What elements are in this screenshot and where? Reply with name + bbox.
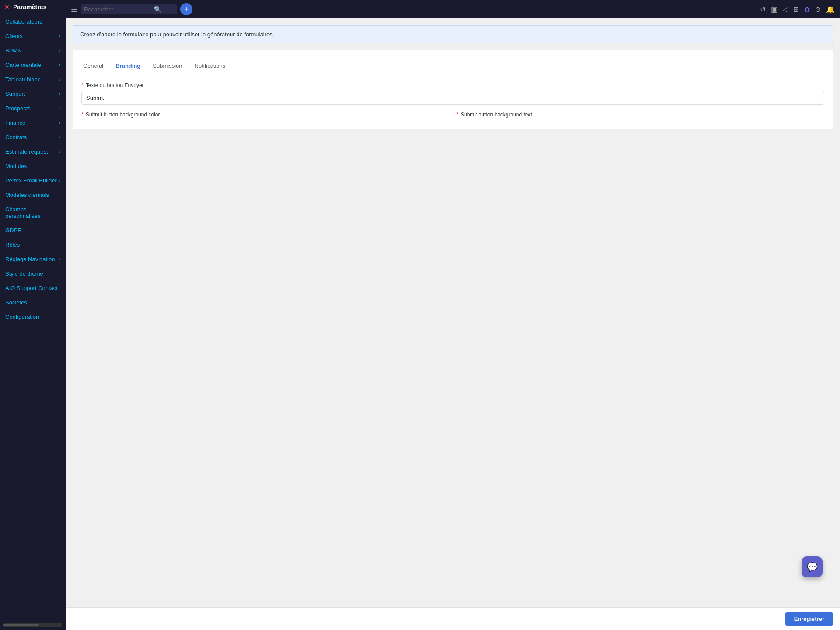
- color-fields-row: * Submit button background color * Submi…: [81, 112, 824, 120]
- field-submit-bg-color: * Submit button background color: [81, 112, 449, 120]
- chevron-icon: ‹: [59, 106, 60, 111]
- alert-banner: Créez d'abord le formulaire pour pouvoir…: [73, 25, 833, 43]
- field-submit-button-text: * Texte du bouton Envoyer: [81, 82, 824, 105]
- sidebar-scrollbar-thumb: [4, 624, 38, 626]
- sidebar-item-roles[interactable]: Rôles: [0, 238, 66, 252]
- history-icon[interactable]: ↺: [760, 5, 766, 14]
- search-icon[interactable]: 🔍: [154, 6, 161, 13]
- chevron-icon: ‹: [59, 91, 60, 96]
- sidebar-item-label: Style de theme: [5, 270, 43, 277]
- sidebar-item-reglage-navigation[interactable]: Réglage Navigation ‹: [0, 252, 66, 266]
- sidebar-item-modules[interactable]: Modules: [0, 159, 66, 173]
- sidebar-item-label: Tableau blanc: [5, 76, 40, 83]
- tab-branding[interactable]: Branding: [114, 59, 142, 74]
- app-title: Paramètres: [13, 4, 46, 10]
- sidebar-item-label: Modules: [5, 163, 27, 169]
- tab-submission[interactable]: Submission: [151, 59, 184, 74]
- main-area: ☰ 🔍 + ↺ ▣ ◁ ⊞ ✿ ⊙ 🔔 Créez d'abord le for…: [66, 0, 840, 630]
- sidebar-item-label: Collaborateurs: [5, 18, 42, 25]
- sidebar-item-label: GDPR: [5, 227, 22, 234]
- chevron-icon: ‹: [59, 257, 60, 262]
- sidebar-item-tableau-blanc[interactable]: Tableau blanc ‹: [0, 72, 66, 87]
- chevron-icon: ‹: [59, 120, 60, 125]
- chevron-icon: ‹: [59, 77, 60, 82]
- alert-message: Créez d'abord le formulaire pour pouvoir…: [80, 31, 274, 38]
- tabs: General Branding Submission Notification…: [81, 59, 824, 74]
- sidebar-item-contrats[interactable]: Contrats ‹: [0, 130, 66, 144]
- chevron-icon: ‹: [59, 178, 60, 183]
- tab-notifications[interactable]: Notifications: [193, 59, 228, 74]
- sidebar-header: ✕ Paramètres: [0, 0, 66, 14]
- sidebar-item-label: Finance: [5, 119, 25, 126]
- sidebar-item-bpmn[interactable]: BPMN ‹: [0, 43, 66, 58]
- field-label-submit-text: * Texte du bouton Envoyer: [81, 82, 824, 88]
- sidebar-item-clients[interactable]: Clients ‹: [0, 29, 66, 43]
- sidebar-item-label: BPMN: [5, 47, 22, 54]
- chevron-icon: ‹: [59, 34, 60, 38]
- sidebar-item-label: Réglage Navigation: [5, 256, 55, 262]
- share-icon[interactable]: ◁: [783, 5, 788, 14]
- sidebar-item-label: Champs personnalisés: [5, 206, 60, 219]
- required-indicator: *: [456, 112, 458, 118]
- sidebar-item-label: Support: [5, 91, 25, 97]
- content-area: Créez d'abord le formulaire pour pouvoir…: [66, 18, 840, 607]
- chevron-icon: ‹: [59, 48, 60, 53]
- sidebar-item-label: Prospects: [5, 105, 31, 112]
- field-submit-text-color: * Submit button background text: [456, 112, 824, 120]
- sidebar-item-label: Sociétés: [5, 299, 27, 306]
- chevron-icon: ‹: [59, 63, 60, 67]
- required-indicator: *: [81, 112, 84, 118]
- sidebar-scrollbar[interactable]: [4, 623, 62, 626]
- field-label-submit-bg-color: * Submit button background color: [81, 112, 449, 118]
- sidebar-item-style-de-theme[interactable]: Style de theme: [0, 266, 66, 281]
- sidebar-item-support[interactable]: Support ‹: [0, 87, 66, 101]
- sidebar-item-societes[interactable]: Sociétés: [0, 295, 66, 310]
- sidebar-item-collaborateurs[interactable]: Collaborateurs: [0, 14, 66, 29]
- menu-icon[interactable]: ☰: [71, 5, 77, 14]
- topbar-icons: ↺ ▣ ◁ ⊞ ✿ ⊙ 🔔: [760, 5, 835, 14]
- screen-icon[interactable]: ▣: [771, 5, 777, 14]
- notification-icon[interactable]: 🔔: [826, 5, 835, 14]
- sidebar-item-estimate-request[interactable]: Estimate request ‹: [0, 144, 66, 159]
- sidebar-item-gdpr[interactable]: GDPR: [0, 223, 66, 238]
- submit-button-text-input[interactable]: [81, 91, 824, 105]
- sidebar-item-aio-support-contact[interactable]: AIO Support Contact: [0, 281, 66, 295]
- sidebar-item-configuration[interactable]: Configuration: [0, 310, 66, 324]
- sidebar: ✕ Paramètres Collaborateurs Clients ‹ BP…: [0, 0, 66, 630]
- topbar: ☰ 🔍 + ↺ ▣ ◁ ⊞ ✿ ⊙ 🔔: [66, 0, 840, 18]
- tab-general[interactable]: General: [81, 59, 105, 74]
- sidebar-item-champs-personnalises[interactable]: Champs personnalisés: [0, 202, 66, 223]
- clock-icon[interactable]: ⊙: [815, 5, 821, 14]
- sidebar-item-carte-mentale[interactable]: Carte mentale ‹: [0, 58, 66, 72]
- chevron-icon: ‹: [59, 149, 60, 154]
- sidebar-item-perfex-email-builder[interactable]: Perfex Email Builder ‹: [0, 173, 66, 188]
- sidebar-item-label: AIO Support Contact: [5, 285, 58, 291]
- sidebar-item-label: Rôles: [5, 242, 20, 248]
- sidebar-item-label: Perfex Email Builder: [5, 177, 57, 184]
- footer-bar: Enregistrer: [66, 607, 840, 630]
- required-indicator: *: [81, 82, 84, 88]
- sidebar-item-label: Configuration: [5, 314, 39, 320]
- search-input[interactable]: [84, 6, 154, 13]
- add-button[interactable]: +: [180, 3, 192, 15]
- close-icon[interactable]: ✕: [4, 4, 10, 10]
- sidebar-item-label: Clients: [5, 33, 23, 39]
- chevron-icon: ‹: [59, 135, 60, 140]
- fab-button[interactable]: 💬: [802, 556, 822, 578]
- field-label-submit-text-color: * Submit button background text: [456, 112, 824, 118]
- sidebar-item-label: Estimate request: [5, 148, 48, 155]
- sidebar-item-finance[interactable]: Finance ‹: [0, 116, 66, 130]
- fab-icon: 💬: [807, 562, 818, 572]
- settings-icon[interactable]: ✿: [804, 5, 810, 14]
- sidebar-item-prospects[interactable]: Prospects ‹: [0, 101, 66, 116]
- sidebar-item-label: Carte mentale: [5, 62, 41, 68]
- sidebar-item-label: Contrats: [5, 134, 27, 140]
- search-container: 🔍: [80, 4, 177, 14]
- sidebar-item-label: Modèles d'emails: [5, 192, 49, 198]
- sidebar-item-modeles-emails[interactable]: Modèles d'emails: [0, 188, 66, 202]
- form-card: General Branding Submission Notification…: [73, 50, 833, 129]
- save-button[interactable]: Enregistrer: [785, 612, 833, 626]
- grid-icon[interactable]: ⊞: [793, 5, 799, 14]
